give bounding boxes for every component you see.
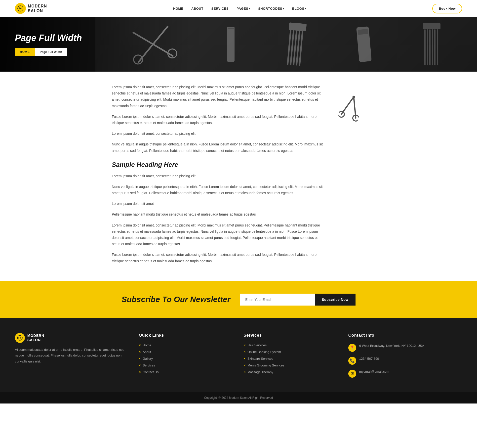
footer-copyright: Copyright @ 2024 Modern Salon All Right … (0, 392, 477, 403)
paragraph-4: Nunc vel ligula in augue tristique pelle… (112, 141, 325, 154)
nav-services[interactable]: SERVICES (211, 6, 229, 11)
svg-line-23 (341, 95, 354, 116)
newsletter-title: Subscribe To Our Newsletter (121, 295, 230, 304)
svg-text:✂: ✂ (19, 6, 22, 10)
newsletter-form: Subscribe Now (240, 294, 356, 306)
paragraph-6: Nunc vel ligula in augue tristique pelle… (112, 184, 325, 196)
email-icon: ✉ (348, 370, 356, 378)
svg-text:✂: ✂ (18, 336, 21, 340)
svg-rect-6 (227, 27, 235, 62)
breadcrumb-home[interactable]: HOME (15, 48, 35, 56)
bullet-icon: ✕ (243, 371, 245, 373)
svg-rect-8 (289, 22, 307, 31)
bullet-icon: ✕ (243, 364, 245, 367)
nav-blogs[interactable]: BLOGS▾ (292, 7, 306, 10)
breadcrumb-current: Page Full Width (35, 48, 67, 56)
svg-rect-15 (358, 29, 368, 35)
footer-contact-col: Contact Info 📍 6 West Broadway, New York… (348, 333, 462, 382)
service-massage[interactable]: ✕ Massage Therapy (243, 370, 338, 374)
svg-rect-17 (424, 29, 426, 65)
hero-content: Page Full Width HOME Page Full Width (15, 33, 82, 56)
contact-email: myemail@email.com (359, 369, 389, 374)
quick-link-home[interactable]: ✕ Home (139, 343, 234, 347)
razor-decoration (226, 24, 236, 64)
footer-description: Aliquam malesuada dolor at urna iaculis … (15, 347, 129, 364)
service-booking[interactable]: ✕ Online Booking System (243, 350, 338, 354)
footer-logo: ✂ MODERN SALON (15, 333, 129, 343)
paragraph-5: Lorem ipsum dolor sit amet, consectetur … (112, 173, 325, 179)
quick-link-gallery[interactable]: ✕ Gallery (139, 357, 234, 360)
nav-links: HOME ABOUT SERVICES PAGES▾ SHORTCODES▾ B… (173, 6, 306, 11)
bullet-icon: ✕ (243, 344, 245, 347)
footer-logo-icon: ✂ (15, 333, 25, 343)
scissors-icon (337, 92, 364, 127)
quick-link-services[interactable]: ✕ Services (139, 363, 234, 367)
paragraph-7: Lorem ipsum dolor sit amet (112, 201, 325, 207)
paragraph-10: Fusce Lorem ipsum dolor sit amet, consec… (112, 252, 325, 264)
content-sidebar (335, 84, 365, 269)
phone-icon: 📞 (348, 357, 356, 365)
bullet-icon: ✕ (139, 357, 141, 360)
paragraph-2: Fusce Lorem ipsum dolor sit amet, consec… (112, 114, 325, 126)
svg-rect-16 (423, 23, 440, 29)
nav-about[interactable]: ABOUT (191, 6, 203, 11)
svg-rect-18 (427, 29, 428, 65)
service-skincare[interactable]: ✕ Skincare Services (243, 357, 338, 360)
hero-section: Page Full Width HOME Page Full Width (0, 17, 477, 72)
main-content-area: Lorem ipsum dolor sit amet, consectetur … (97, 72, 380, 281)
breadcrumb: HOME Page Full Width (15, 48, 82, 56)
content-text: Lorem ipsum dolor sit amet, consectetur … (112, 84, 325, 269)
paragraph-9: Lorem ipsum dolor sit amet, consectetur … (112, 222, 325, 247)
newsletter-section: Subscribe To Our Newsletter Subscribe No… (0, 281, 477, 318)
quick-link-about[interactable]: ✕ About (139, 350, 234, 354)
quick-links-list: ✕ Home ✕ About ✕ Gallery ✕ Services ✕ (139, 343, 234, 374)
svg-rect-7 (228, 28, 234, 29)
section-heading: Sample Heading Here (112, 161, 325, 169)
svg-rect-20 (432, 29, 433, 65)
service-hair[interactable]: ✕ Hair Services (243, 343, 338, 347)
svg-rect-21 (434, 29, 436, 65)
nav-home[interactable]: HOME (173, 6, 183, 11)
nav-pages[interactable]: PAGES▾ (237, 7, 250, 10)
map-pin-icon: 📍 (348, 344, 356, 352)
footer: ✂ MODERN SALON Aliquam malesuada dolor a… (0, 318, 477, 403)
services-list: ✕ Hair Services ✕ Online Booking System … (243, 343, 338, 374)
bullet-icon: ✕ (243, 357, 245, 360)
email-input[interactable] (240, 294, 315, 306)
service-mens-grooming[interactable]: ✕ Men's Grooming Services (243, 363, 338, 367)
bullet-icon: ✕ (139, 351, 141, 353)
razor2-decoration (355, 24, 373, 65)
chevron-down-icon-3: ▾ (305, 7, 306, 10)
contact-phone-item: 📞 1234 567 890 (348, 356, 462, 365)
paragraph-1: Lorem ipsum dolor sit amet, consectetur … (112, 84, 325, 109)
book-now-button[interactable]: Book Now (432, 4, 462, 13)
brand-logo[interactable]: ✂ MODERN SALON (15, 3, 47, 14)
contact-email-item: ✉ myemail@email.com (348, 369, 462, 378)
nav-shortcodes[interactable]: SHORTCODES▾ (258, 7, 284, 10)
services-heading: Services (243, 333, 338, 338)
chevron-down-icon-2: ▾ (283, 7, 284, 10)
navbar: ✂ MODERN SALON HOME ABOUT SERVICES PAGES… (0, 0, 477, 17)
contact-address: 6 West Broadway, New York, NY 10012, USA (359, 343, 424, 349)
bullet-icon: ✕ (139, 364, 141, 367)
subscribe-button[interactable]: Subscribe Now (315, 294, 356, 306)
svg-rect-19 (429, 29, 431, 65)
quick-link-contact[interactable]: ✕ Contact Us (139, 370, 234, 374)
contact-phone: 1234 567 890 (359, 356, 379, 361)
footer-services-col: Services ✕ Hair Services ✕ Online Bookin… (243, 333, 338, 382)
bullet-icon: ✕ (139, 371, 141, 373)
bullet-icon: ✕ (243, 351, 245, 353)
brand-name: MODERN SALON (28, 4, 47, 13)
footer-grid: ✂ MODERN SALON Aliquam malesuada dolor a… (15, 333, 462, 392)
footer-quick-links-col: Quick Links ✕ Home ✕ About ✕ Gallery ✕ S… (139, 333, 234, 382)
footer-brand-col: ✂ MODERN SALON Aliquam malesuada dolor a… (15, 333, 129, 382)
footer-brand-name: MODERN SALON (27, 334, 44, 342)
paragraph-8: Pellentesque habitant morbi tristique se… (112, 211, 325, 218)
contact-heading: Contact Info (348, 333, 462, 338)
bullet-icon: ✕ (139, 344, 141, 347)
chevron-down-icon: ▾ (249, 7, 250, 10)
comb-decoration (284, 21, 308, 67)
contact-address-item: 📍 6 West Broadway, New York, NY 10012, U… (348, 343, 462, 352)
quick-links-heading: Quick Links (139, 333, 234, 338)
comb2-decoration (422, 22, 442, 67)
